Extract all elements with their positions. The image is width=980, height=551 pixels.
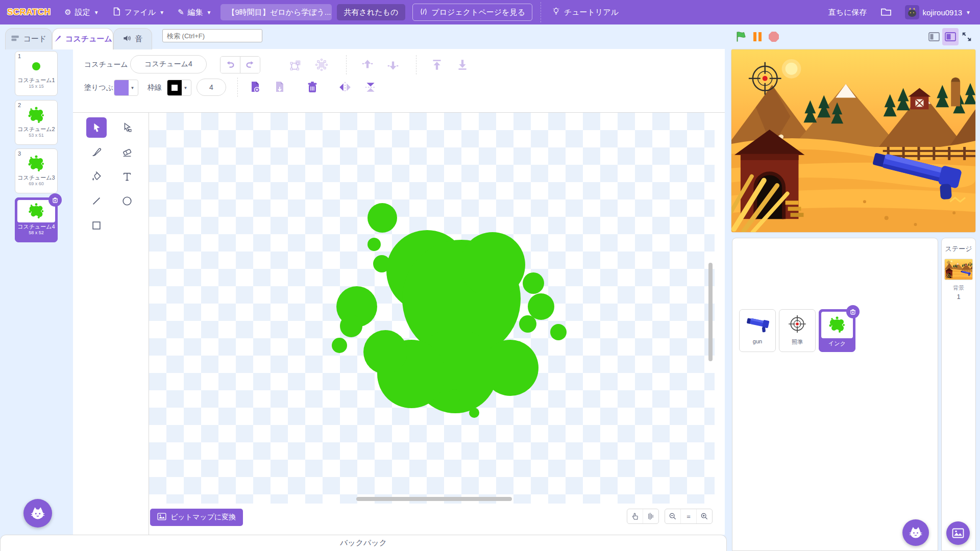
- costume-thumbnail: [15, 153, 57, 174]
- text-tool[interactable]: [117, 166, 137, 187]
- undo-button[interactable]: [220, 57, 240, 73]
- bring-forward-button[interactable]: [359, 56, 376, 73]
- costume-name-input[interactable]: [130, 55, 207, 73]
- canvas-horizontal-scrollbar[interactable]: [356, 497, 512, 501]
- costume-item-1[interactable]: 1 コスチューム1 15 x 15: [15, 51, 58, 96]
- ruler-lines-button[interactable]: [643, 509, 658, 523]
- costume-list: 1 コスチューム1 15 x 15 2 コスチューム2 53 x 51 3 コス…: [0, 49, 74, 535]
- file-icon: [112, 7, 121, 17]
- tab-sounds[interactable]: 音: [113, 28, 152, 49]
- green-flag-button[interactable]: [733, 28, 749, 45]
- tutorials-label: チュートリアル: [564, 8, 619, 17]
- backdrop-thumbnail: [944, 259, 973, 280]
- costume-item-4-selected[interactable]: 4 コスチューム4 58 x 52: [15, 197, 58, 242]
- menu-file[interactable]: ファイル ▼: [106, 0, 171, 24]
- copy-button[interactable]: [247, 79, 264, 96]
- paintbrush-icon: [91, 146, 102, 158]
- search-input[interactable]: [162, 29, 262, 42]
- scratch-logo[interactable]: SCRATCH: [7, 7, 51, 17]
- outline-color-swatch[interactable]: ▼: [167, 80, 191, 96]
- paste-button[interactable]: [271, 79, 288, 96]
- avatar: [905, 5, 919, 19]
- costume-index: 2: [18, 102, 21, 108]
- cursor-icon: [91, 122, 102, 133]
- project-title-input[interactable]: 【9時間目】ゼロから学ぼう...: [220, 4, 332, 20]
- arrow-back-icon: [456, 58, 469, 71]
- tab-code[interactable]: コード: [5, 28, 52, 49]
- ink-splat-drawing: [149, 113, 715, 504]
- save-now-button[interactable]: 直ちに保存: [822, 0, 874, 24]
- stop-button[interactable]: [766, 28, 782, 45]
- tab-code-label: コード: [23, 34, 47, 44]
- scratch-editor: SCRATCH ⚙ 設定 ▼ ファイル ▼ ✎ 編集 ▼ 【9時間目】ゼロから学…: [0, 0, 980, 551]
- sprite-item-crosshair[interactable]: 照準: [779, 309, 816, 352]
- delete-button[interactable]: [304, 79, 321, 96]
- menu-edit[interactable]: ✎ 編集 ▼: [171, 0, 218, 24]
- add-backdrop-button[interactable]: [946, 521, 970, 545]
- fullscreen-button[interactable]: [959, 28, 975, 45]
- view-project-page-button[interactable]: プロジェクトページを見る: [412, 4, 532, 21]
- flip-horizontal-button[interactable]: [336, 79, 354, 96]
- group-icon: [289, 58, 303, 71]
- large-stage-button[interactable]: [942, 28, 959, 45]
- delete-costume-button[interactable]: [48, 193, 62, 207]
- logo-text: SCRATCH: [7, 7, 51, 17]
- redo-button[interactable]: [240, 57, 260, 73]
- send-to-back-button[interactable]: [454, 56, 471, 73]
- circle-tool[interactable]: [117, 191, 137, 211]
- paint-canvas[interactable]: [149, 113, 715, 504]
- bring-to-front-button[interactable]: [428, 56, 446, 73]
- my-stuff-button[interactable]: [874, 0, 898, 24]
- menu-settings-label: 設定: [75, 8, 90, 17]
- fill-tool[interactable]: [86, 166, 107, 187]
- costume-item-3[interactable]: 3 コスチューム3 69 x 60: [15, 148, 58, 193]
- outline-color-chip: [167, 80, 182, 95]
- costume-size: 58 x 52: [15, 230, 57, 235]
- costume-item-2[interactable]: 2 コスチューム2 53 x 51: [15, 100, 58, 145]
- select-tool[interactable]: [86, 117, 107, 138]
- large-stage-icon: [944, 32, 957, 42]
- zoom-out-button[interactable]: [665, 509, 680, 523]
- ungroup-button[interactable]: [313, 56, 330, 73]
- add-sprite-button[interactable]: [902, 519, 929, 546]
- zoom-in-button[interactable]: [696, 509, 712, 523]
- send-backward-button[interactable]: [384, 56, 402, 73]
- chevron-down-icon: ▼: [94, 10, 99, 15]
- view-project-page-label: プロジェクトページを見る: [431, 8, 525, 17]
- chevron-down-icon: ▼: [159, 10, 164, 15]
- paint-editor: コスチューム 塗りつぶし: [73, 49, 725, 535]
- account-menu[interactable]: kojirou0913 ▼: [898, 0, 980, 24]
- canvas-vertical-scrollbar[interactable]: [708, 263, 713, 361]
- menu-settings[interactable]: ⚙ 設定 ▼: [58, 0, 105, 24]
- pause-icon: [752, 31, 763, 42]
- small-stage-button[interactable]: [926, 28, 942, 45]
- eraser-tool[interactable]: [117, 142, 137, 162]
- convert-to-bitmap-button[interactable]: ビットマップに変換: [150, 509, 243, 526]
- sprite-item-ink-selected[interactable]: インク: [819, 309, 855, 352]
- tab-costumes[interactable]: コスチューム: [52, 28, 113, 49]
- chevron-down-icon: ▼: [129, 86, 136, 90]
- brush-tool[interactable]: [86, 142, 107, 162]
- tutorials-button[interactable]: チュートリアル: [545, 0, 625, 24]
- arrow-down-icon: [386, 58, 400, 71]
- green-flag-icon: [735, 31, 747, 43]
- rectangle-tool[interactable]: [86, 215, 107, 236]
- flip-vertical-button[interactable]: [362, 79, 379, 96]
- hand-mode-button[interactable]: [627, 509, 643, 523]
- pointing-hand-icon: [631, 512, 639, 520]
- shared-status-label: 共有されたもの: [344, 8, 399, 17]
- fill-color-swatch[interactable]: ▼: [114, 80, 138, 96]
- backpack-bar[interactable]: バックパック: [0, 535, 727, 551]
- pause-button[interactable]: [749, 28, 766, 45]
- group-button[interactable]: [287, 56, 305, 73]
- stage-selector[interactable]: ステージ 背景 1: [941, 238, 976, 551]
- delete-sprite-button[interactable]: [846, 305, 860, 318]
- zoom-reset-button[interactable]: =: [680, 509, 696, 523]
- sprite-item-gun[interactable]: gun: [739, 309, 776, 352]
- line-tool[interactable]: [86, 191, 107, 211]
- stroke-width-input[interactable]: [197, 79, 226, 96]
- costume-size: 15 x 15: [15, 84, 57, 89]
- reshape-tool[interactable]: [117, 117, 137, 138]
- add-costume-button[interactable]: [23, 499, 52, 528]
- stage-preview[interactable]: [731, 49, 976, 233]
